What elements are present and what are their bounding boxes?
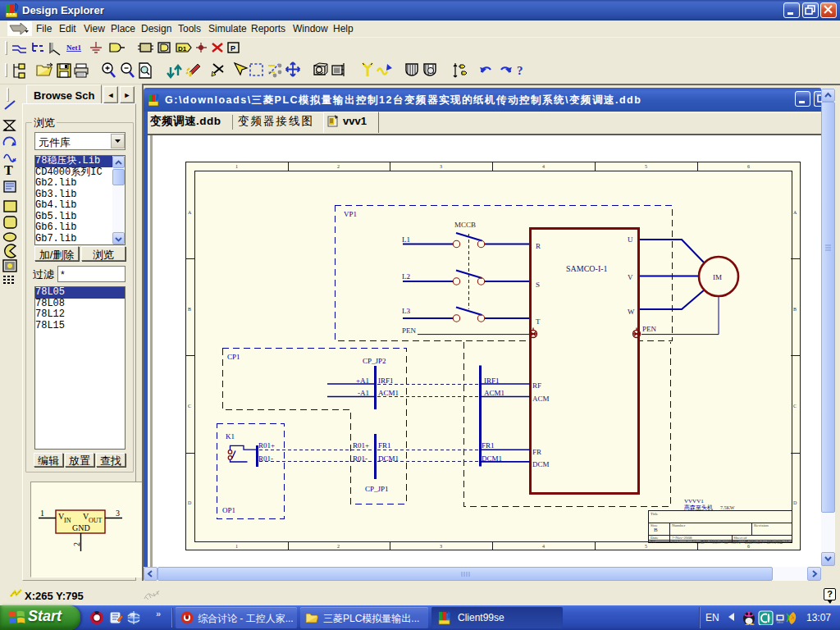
svg-text:3: 3 bbox=[116, 509, 120, 518]
svg-text:U: U bbox=[628, 235, 633, 244]
svg-text:P: P bbox=[231, 44, 235, 52]
svg-text:VVVV1: VVVV1 bbox=[684, 498, 704, 504]
svg-text:R01-: R01- bbox=[258, 454, 273, 463]
svg-text:Drawn By:: Drawn By: bbox=[733, 540, 751, 544]
svg-text:3: 3 bbox=[440, 164, 442, 169]
svg-text:PEN: PEN bbox=[642, 325, 657, 333]
svg-text:6: 6 bbox=[747, 544, 750, 549]
svg-text:IM: IM bbox=[713, 273, 722, 281]
svg-text:B: B bbox=[188, 307, 191, 312]
svg-text:1: 1 bbox=[40, 509, 44, 518]
svg-text:D1: D1 bbox=[178, 45, 187, 52]
svg-text:CP1: CP1 bbox=[227, 353, 240, 361]
svg-text:Revision: Revision bbox=[754, 523, 769, 527]
svg-text:Sheet of: Sheet of bbox=[733, 536, 747, 540]
svg-text:+A1: +A1 bbox=[356, 377, 369, 385]
svg-text:Net1: Net1 bbox=[66, 43, 81, 52]
svg-text:T: T bbox=[4, 163, 13, 177]
svg-text:File: File bbox=[651, 540, 658, 544]
svg-text:D: D bbox=[188, 500, 192, 505]
svg-text:Number: Number bbox=[672, 523, 686, 527]
svg-text:4: 4 bbox=[542, 544, 545, 549]
svg-text:7.5KW: 7.5KW bbox=[720, 505, 735, 510]
svg-text:VP1: VP1 bbox=[344, 210, 357, 218]
svg-text:MCCB: MCCB bbox=[454, 221, 476, 229]
svg-text:OUT: OUT bbox=[89, 517, 103, 524]
svg-text:PEN: PEN bbox=[402, 326, 417, 335]
svg-text:IRF1: IRF1 bbox=[484, 377, 500, 385]
svg-text:1: 1 bbox=[235, 544, 238, 549]
svg-text:5: 5 bbox=[645, 164, 647, 169]
svg-text:D: D bbox=[793, 500, 797, 505]
svg-text:3: 3 bbox=[440, 544, 442, 549]
svg-text:IN: IN bbox=[64, 517, 71, 524]
svg-text:V: V bbox=[628, 273, 633, 281]
svg-text:ACM: ACM bbox=[532, 395, 550, 403]
svg-text:2: 2 bbox=[337, 544, 340, 549]
svg-text:K1: K1 bbox=[226, 432, 235, 441]
svg-text:T: T bbox=[536, 317, 541, 326]
svg-text:DCM: DCM bbox=[532, 460, 550, 468]
svg-text:ACM1: ACM1 bbox=[484, 389, 504, 397]
svg-text:L3: L3 bbox=[402, 307, 410, 315]
svg-text:S: S bbox=[536, 281, 540, 289]
svg-text:A: A bbox=[793, 210, 797, 215]
svg-text:7-Nov-2008: 7-Nov-2008 bbox=[672, 536, 692, 540]
svg-text:6: 6 bbox=[747, 164, 750, 169]
svg-text:SAMCO-I-1: SAMCO-I-1 bbox=[566, 264, 608, 273]
svg-text:ACM1: ACM1 bbox=[378, 389, 399, 397]
svg-text:G:\downloads\三菱PLC模拟量输出控制12台变频: G:\downloads\三菱PLC模拟量输出控制12台变频器实\变频调速.dd… bbox=[672, 539, 790, 545]
svg-text:R01+: R01+ bbox=[258, 441, 275, 450]
svg-text:高森至头机: 高森至头机 bbox=[684, 504, 713, 511]
svg-text:Date: Date bbox=[651, 536, 659, 540]
svg-text:1: 1 bbox=[235, 164, 238, 169]
svg-text:C: C bbox=[188, 404, 191, 409]
svg-text:2: 2 bbox=[337, 164, 340, 169]
svg-text:B: B bbox=[654, 527, 658, 533]
svg-text:DCM1: DCM1 bbox=[482, 454, 502, 463]
svg-text:-A1: -A1 bbox=[358, 389, 369, 397]
svg-text:?: ? bbox=[517, 64, 523, 77]
svg-text:R01-: R01- bbox=[353, 454, 368, 463]
svg-text:B: B bbox=[793, 307, 797, 312]
svg-text:4: 4 bbox=[542, 164, 545, 169]
svg-text:5: 5 bbox=[645, 544, 647, 549]
svg-text:Title: Title bbox=[651, 512, 659, 516]
svg-text:FR1: FR1 bbox=[482, 441, 495, 450]
svg-text:CP_JP1: CP_JP1 bbox=[365, 485, 389, 493]
svg-text:2: 2 bbox=[72, 542, 81, 546]
svg-text:A: A bbox=[188, 210, 192, 215]
svg-text:IRF1: IRF1 bbox=[378, 377, 394, 385]
svg-text:DCM1: DCM1 bbox=[378, 454, 399, 463]
svg-text:RF: RF bbox=[532, 381, 541, 390]
svg-text:L1: L1 bbox=[402, 235, 410, 244]
svg-text:W: W bbox=[628, 308, 635, 316]
svg-text:R01+: R01+ bbox=[353, 441, 369, 450]
svg-text:CP_JP2: CP_JP2 bbox=[363, 357, 386, 365]
svg-text:FR1: FR1 bbox=[378, 441, 391, 450]
svg-text:FR: FR bbox=[532, 448, 541, 456]
svg-text:OP1: OP1 bbox=[222, 506, 235, 514]
svg-text:L2: L2 bbox=[402, 272, 410, 281]
svg-text:C: C bbox=[793, 404, 797, 409]
svg-text:GND: GND bbox=[72, 523, 90, 532]
svg-text:R: R bbox=[536, 242, 541, 250]
